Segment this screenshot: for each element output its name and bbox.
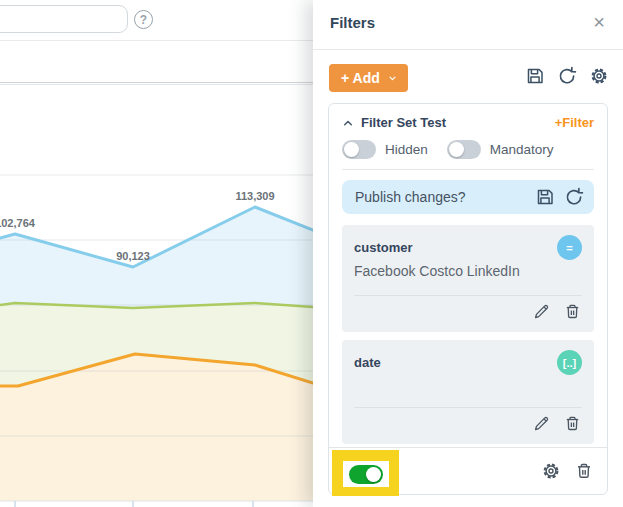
filter-values: Facebook Costco LinkedIn xyxy=(354,263,582,279)
highlight-inner xyxy=(343,461,389,487)
edit-pencil-icon[interactable] xyxy=(532,302,551,321)
hidden-toggle-label: Hidden xyxy=(385,142,428,157)
area-chart: 102,76490,123113,309 xyxy=(0,0,313,507)
publish-changes-text: Publish changes? xyxy=(355,189,466,205)
mandatory-toggle[interactable] xyxy=(447,140,481,159)
range-badge: [..] xyxy=(557,350,582,375)
set-divider xyxy=(342,169,594,170)
filter-card-top: date [..] xyxy=(354,350,582,375)
add-button-label: + Add xyxy=(341,70,380,86)
add-button[interactable]: + Add xyxy=(329,64,408,92)
filter-set-container: Filter Set Test +Filter Hidden Mandatory… xyxy=(328,103,608,495)
equals-badge: = xyxy=(557,235,582,260)
card-actions xyxy=(354,296,582,326)
toggle-knob xyxy=(449,142,464,157)
undo-icon[interactable] xyxy=(557,66,577,86)
close-icon[interactable]: × xyxy=(587,10,611,34)
toolbar-icons xyxy=(525,66,609,86)
filter-card-date[interactable]: date [..] xyxy=(342,340,594,444)
publish-changes-bar: Publish changes? xyxy=(342,180,594,214)
filter-name: date xyxy=(354,350,381,370)
highlight-annotation xyxy=(332,450,399,496)
hidden-toggle[interactable] xyxy=(342,140,376,159)
publish-undo-icon[interactable] xyxy=(564,187,584,207)
filters-panel: Filters × + Add Filter Set Test +Filter xyxy=(313,0,623,507)
add-filter-link[interactable]: +Filter xyxy=(555,115,594,130)
panel-title: Filters xyxy=(330,14,375,31)
panel-header: Filters × xyxy=(313,0,623,50)
filter-card-top: customer = xyxy=(354,235,582,260)
set-gear-icon[interactable] xyxy=(541,461,561,481)
filter-set-enabled-toggle[interactable] xyxy=(349,465,383,484)
screen: ? 102,76490,123113,309 Filters × + Add xyxy=(0,0,623,507)
publish-save-icon[interactable] xyxy=(535,187,555,207)
filter-set-footer xyxy=(329,447,607,494)
svg-text:113,309: 113,309 xyxy=(235,190,274,202)
collapse-chevron-up-icon[interactable] xyxy=(342,117,354,129)
filter-set-header: Filter Set Test +Filter xyxy=(342,115,594,130)
delete-trash-icon[interactable] xyxy=(563,302,582,321)
filter-name: customer xyxy=(354,235,413,255)
dashboard-area: ? 102,76490,123113,309 xyxy=(0,0,313,507)
mandatory-toggle-label: Mandatory xyxy=(490,142,554,157)
set-toggles-row: Hidden Mandatory xyxy=(342,140,594,159)
edit-pencil-icon[interactable] xyxy=(532,414,551,433)
panel-toolbar: + Add xyxy=(313,50,623,102)
card-actions xyxy=(354,408,582,438)
delete-trash-icon[interactable] xyxy=(563,414,582,433)
chevron-down-icon xyxy=(387,73,398,84)
toggle-knob xyxy=(366,467,381,482)
filter-card-customer[interactable]: customer = Facebook Costco LinkedIn xyxy=(342,225,594,332)
publish-icons xyxy=(535,187,584,207)
set-trash-icon[interactable] xyxy=(574,461,594,481)
gear-icon[interactable] xyxy=(589,66,609,86)
toggle-knob xyxy=(344,142,359,157)
filter-set-name: Filter Set Test xyxy=(361,115,446,130)
svg-text:102,764: 102,764 xyxy=(0,217,36,229)
svg-text:90,123: 90,123 xyxy=(116,250,150,262)
save-icon[interactable] xyxy=(525,66,545,86)
footer-icons xyxy=(541,461,594,481)
